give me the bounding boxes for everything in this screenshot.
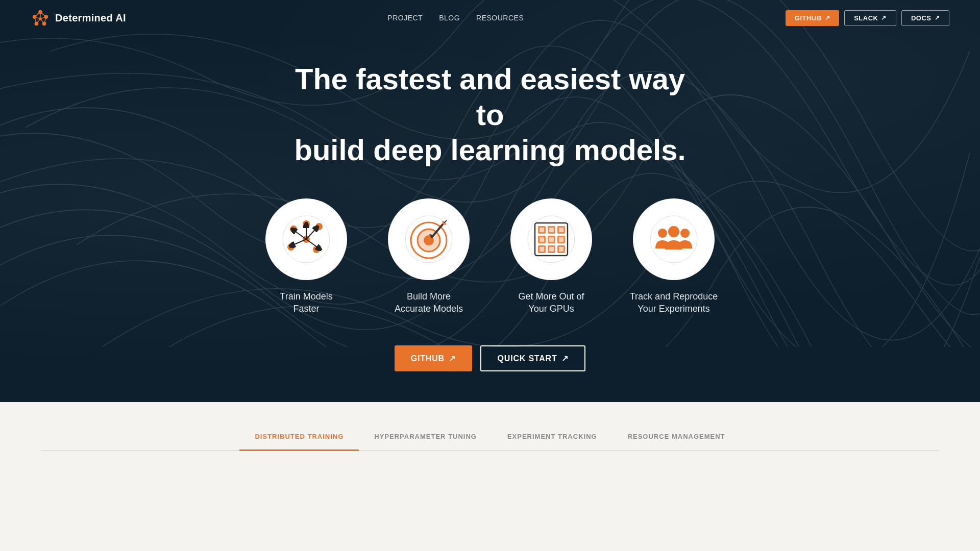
nav-blog[interactable]: BLOG <box>439 14 460 22</box>
feature-label-track: Track and ReproduceYour Experiments <box>630 290 718 315</box>
slack-nav-button[interactable]: SLACK ↗ <box>844 10 896 26</box>
logo-icon <box>31 8 50 28</box>
feature-circle-train <box>265 198 347 280</box>
svg-rect-48 <box>540 228 544 232</box>
hero-section: Determined AI PROJECT BLOG RESOURCES GIT… <box>0 0 980 402</box>
quickstart-button[interactable]: QUICK START ↗ <box>480 345 586 371</box>
feature-label-gpu: Get More Out ofYour GPUs <box>518 290 584 315</box>
svg-rect-51 <box>540 237 544 242</box>
feature-train: Train ModelsFaster <box>260 198 352 315</box>
github-external-icon: ↗ <box>449 354 456 363</box>
svg-point-18 <box>315 223 323 230</box>
gpu-icon <box>526 214 577 265</box>
logo-link[interactable]: Determined AI <box>31 8 126 28</box>
scatter-icon <box>281 214 332 265</box>
external-link-icon: ↗ <box>825 14 830 21</box>
svg-point-58 <box>658 229 667 238</box>
nav-links: PROJECT BLOG RESOURCES <box>387 14 524 22</box>
feature-label-accurate: Build MoreAccurate Models <box>395 290 463 315</box>
feature-circle-track <box>633 198 715 280</box>
svg-point-59 <box>680 229 690 238</box>
nav-project[interactable]: PROJECT <box>387 14 423 22</box>
tab-resource-management[interactable]: RESOURCE MANAGEMENT <box>612 433 741 451</box>
navigation: Determined AI PROJECT BLOG RESOURCES GIT… <box>0 0 980 36</box>
nav-resources[interactable]: RESOURCES <box>476 14 524 22</box>
feature-gpu: Get More Out ofYour GPUs <box>505 198 597 315</box>
github-hero-button[interactable]: GITHUB ↗ <box>395 345 472 371</box>
tab-experiment-tracking[interactable]: EXPERIMENT TRACKING <box>492 433 612 451</box>
external-link-icon: ↗ <box>935 14 940 21</box>
svg-point-60 <box>668 226 679 237</box>
external-link-icon: ↗ <box>881 14 887 21</box>
nav-buttons: GITHUB ↗ SLACK ↗ DOCS ↗ <box>786 10 949 26</box>
collab-icon <box>648 214 699 265</box>
feature-label-train: Train ModelsFaster <box>280 290 332 315</box>
target-icon <box>403 214 454 265</box>
docs-nav-button[interactable]: DOCS ↗ <box>901 10 949 26</box>
svg-rect-49 <box>549 228 554 232</box>
logo-text: Determined AI <box>55 12 126 24</box>
tab-hyperparameter-tuning[interactable]: HYPERPARAMETER TUNING <box>359 433 492 451</box>
quickstart-external-icon: ↗ <box>561 354 569 363</box>
svg-line-13 <box>36 19 40 24</box>
feature-cards: Train ModelsFaster <box>260 198 720 315</box>
svg-rect-52 <box>549 237 554 242</box>
svg-point-57 <box>650 216 697 263</box>
tab-distributed-training[interactable]: DISTRIBUTED TRAINING <box>239 433 359 451</box>
svg-line-7 <box>35 12 40 17</box>
feature-circle-accurate <box>388 198 470 280</box>
hero-content: The fastest and easiest way to build dee… <box>0 36 980 402</box>
svg-rect-50 <box>559 228 564 232</box>
feature-accurate: Build MoreAccurate Models <box>383 198 475 315</box>
feature-track: Track and ReproduceYour Experiments <box>628 198 720 315</box>
svg-rect-54 <box>540 247 544 252</box>
github-nav-button[interactable]: GITHUB ↗ <box>786 10 839 26</box>
svg-rect-55 <box>549 247 554 252</box>
feature-circle-gpu <box>510 198 592 280</box>
hero-title: The fastest and easiest way to build dee… <box>286 61 694 168</box>
tabs-section: DISTRIBUTED TRAINING HYPERPARAMETER TUNI… <box>0 402 980 551</box>
svg-line-14 <box>40 19 44 24</box>
svg-line-8 <box>40 12 46 17</box>
hero-buttons: GITHUB ↗ QUICK START ↗ <box>395 345 586 371</box>
tabs-container: DISTRIBUTED TRAINING HYPERPARAMETER TUNI… <box>41 433 939 451</box>
svg-rect-56 <box>559 247 564 252</box>
svg-rect-53 <box>559 237 564 242</box>
